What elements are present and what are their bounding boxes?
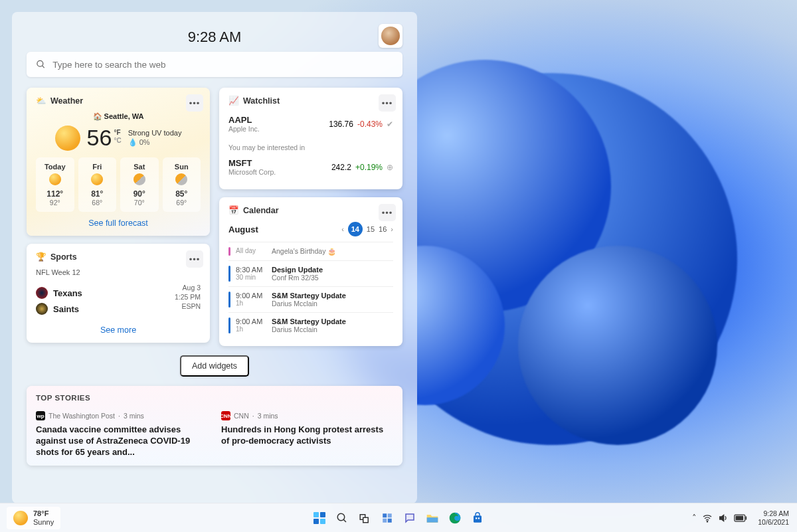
- svg-rect-8: [383, 518, 387, 522]
- news-headline: Canada vaccine committee advises against…: [36, 424, 208, 458]
- calendar-more-button[interactable]: •••: [379, 204, 396, 221]
- calendar-event[interactable]: 8:30 AM30 minDesign UpdateConf Rm 32/35: [228, 260, 393, 286]
- stock-row[interactable]: MSFTMicrosoft Corp. 242.2+0.19%⊕: [228, 155, 393, 181]
- svg-point-0: [37, 60, 43, 66]
- weather-location: 🏠 Seattle, WA: [36, 112, 201, 121]
- widgets-header: 9:28 AM: [27, 23, 402, 52]
- calendar-event[interactable]: 9:00 AM1hS&M Startegy UpdateDarius Mccla…: [228, 312, 393, 338]
- widgets-panel: 9:28 AM ⛅Weather ••• 🏠 Seattle, WA 56°F°…: [12, 12, 417, 503]
- chat-button[interactable]: [400, 509, 419, 527]
- forecast-row: Today112°92° Fri81°68° Sat90°70° Sun85°6…: [36, 157, 201, 212]
- texans-logo-icon: [36, 287, 48, 299]
- saints-logo-icon: [36, 303, 48, 315]
- news-headline: Hundreds in Hong Kong protest arrests of…: [221, 424, 393, 446]
- watchlist-widget[interactable]: 📈Watchlist ••• AAPLApple Inc. 136.76-0.4…: [219, 88, 402, 189]
- add-icon[interactable]: ⊕: [387, 163, 393, 172]
- sports-widget[interactable]: 🏆Sports ••• NFL Week 12 Texans Saints Au…: [27, 244, 210, 343]
- chevron-up-icon[interactable]: ˄: [692, 513, 697, 523]
- weather-title: Weather: [50, 96, 83, 106]
- weather-more-button[interactable]: •••: [186, 94, 203, 112]
- svg-rect-9: [388, 518, 392, 522]
- svg-rect-13: [476, 517, 477, 519]
- avatar-icon: [381, 27, 400, 45]
- news-widget[interactable]: TOP STORIES wpThe Washington Post · 3 mi…: [27, 386, 402, 466]
- calendar-icon: 📅: [228, 205, 239, 215]
- svg-rect-17: [736, 515, 744, 520]
- taskbar-search-button[interactable]: [333, 509, 351, 527]
- svg-rect-12: [474, 515, 482, 523]
- team-row: Saints: [36, 303, 82, 315]
- news-item[interactable]: CNNCNN · 3 mins Hundreds in Hong Kong pr…: [221, 411, 393, 458]
- start-button[interactable]: [310, 509, 329, 527]
- taskbar-temp: 78°F: [33, 509, 54, 518]
- weather-forecast-link[interactable]: See full forecast: [36, 212, 201, 228]
- forecast-day[interactable]: Fri81°68°: [78, 157, 117, 212]
- forecast-day[interactable]: Sun85°69°: [163, 157, 201, 212]
- svg-point-15: [707, 521, 708, 521]
- source-icon: CNN: [221, 411, 230, 420]
- forecast-day[interactable]: Sat90°70°: [120, 157, 159, 212]
- source-icon: wp: [36, 411, 45, 420]
- widgets-button[interactable]: [378, 509, 397, 527]
- check-icon: ✔: [387, 120, 393, 129]
- task-view-button[interactable]: [355, 509, 374, 527]
- calendar-event[interactable]: 9:00 AM1hS&M Startegy UpdateDarius Mccla…: [228, 286, 393, 312]
- news-title: TOP STORIES: [36, 394, 393, 402]
- taskbar-weather[interactable]: 78°FSunny: [7, 507, 60, 529]
- taskbar-clock[interactable]: 9:28 AM10/6/2021: [758, 509, 789, 527]
- store-button[interactable]: [468, 509, 487, 527]
- watchlist-title: Watchlist: [243, 96, 280, 106]
- calendar-day[interactable]: 16: [379, 225, 387, 233]
- sports-week: NFL Week 12: [36, 268, 201, 276]
- stock-row[interactable]: AAPLApple Inc. 136.76-0.43%✔: [228, 112, 393, 138]
- battery-icon[interactable]: [734, 514, 747, 522]
- taskbar-center: [310, 509, 487, 527]
- taskbar-right: ˄ 9:28 AM10/6/2021: [692, 509, 789, 527]
- weather-condition: Strong UV today💧 0%: [128, 129, 182, 147]
- edge-button[interactable]: [446, 509, 464, 527]
- calendar-event[interactable]: All dayAngela's Birthday 🎂: [228, 242, 393, 260]
- volume-icon[interactable]: [718, 513, 729, 523]
- calendar-day[interactable]: 15: [367, 225, 375, 233]
- weather-icon: ⛅: [36, 96, 46, 106]
- chevron-left-icon[interactable]: ‹: [341, 225, 344, 233]
- sports-more-button[interactable]: •••: [186, 250, 203, 268]
- game-time: Aug 31:25 PMESPN: [175, 283, 201, 319]
- svg-rect-5: [363, 517, 369, 523]
- panel-time: 9:28 AM: [188, 29, 242, 46]
- add-widgets-button[interactable]: Add widgets: [180, 355, 249, 377]
- search-input[interactable]: [52, 60, 393, 70]
- interest-label: You may be interested in: [228, 143, 393, 151]
- search-bar[interactable]: [27, 52, 402, 77]
- svg-rect-10: [427, 517, 438, 523]
- search-icon: [36, 59, 46, 70]
- watchlist-icon: 📈: [228, 96, 239, 106]
- team-row: Texans: [36, 287, 82, 299]
- file-explorer-button[interactable]: [423, 509, 442, 527]
- watchlist-more-button[interactable]: •••: [379, 94, 396, 112]
- sports-title: Sports: [50, 252, 77, 262]
- calendar-day-picker[interactable]: ‹ 14 15 16 ›: [341, 222, 393, 236]
- calendar-month: August: [228, 224, 258, 234]
- taskbar: 78°FSunny ˄ 9:28 AM10/6/2021: [0, 503, 797, 532]
- svg-point-2: [337, 513, 345, 521]
- svg-rect-18: [746, 516, 747, 519]
- forecast-day[interactable]: Today112°92°: [36, 157, 74, 212]
- sports-more-link[interactable]: See more: [36, 319, 201, 335]
- chevron-right-icon[interactable]: ›: [391, 225, 393, 233]
- sun-icon: [13, 511, 28, 525]
- user-avatar[interactable]: [379, 24, 402, 48]
- weather-widget[interactable]: ⛅Weather ••• 🏠 Seattle, WA 56°F°C Strong…: [27, 88, 210, 236]
- calendar-day-selected[interactable]: 14: [348, 222, 363, 236]
- wifi-icon[interactable]: [702, 513, 713, 523]
- news-item[interactable]: wpThe Washington Post · 3 mins Canada va…: [36, 411, 208, 458]
- svg-rect-6: [383, 513, 387, 517]
- current-temp: 56°F°C: [87, 125, 122, 151]
- calendar-title: Calendar: [243, 206, 279, 215]
- sports-icon: 🏆: [36, 252, 46, 262]
- svg-line-3: [343, 519, 346, 522]
- svg-rect-14: [478, 517, 480, 519]
- sun-icon: [55, 126, 80, 151]
- svg-rect-7: [388, 513, 392, 517]
- calendar-widget[interactable]: 📅Calendar ••• August ‹ 14 15 16 › All da…: [219, 197, 402, 346]
